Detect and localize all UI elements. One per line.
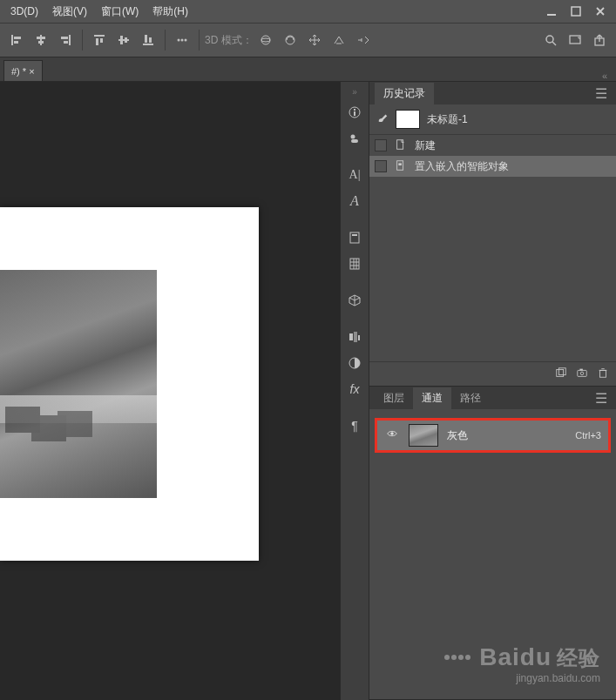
svg-rect-17 <box>143 44 153 45</box>
menu-bar: 3D(D) 视图(V) 窗口(W) 帮助(H) <box>0 0 616 23</box>
document-tab[interactable]: #) * × <box>3 60 43 81</box>
svg-rect-38 <box>354 332 357 342</box>
close-button[interactable] <box>588 2 613 21</box>
character-panel-icon[interactable]: A| <box>342 163 367 187</box>
3d-panel-icon[interactable] <box>342 288 367 313</box>
svg-rect-44 <box>557 369 564 376</box>
svg-rect-10 <box>64 41 68 44</box>
placed-image[interactable] <box>0 270 157 498</box>
history-item[interactable]: 置入嵌入的智能对象 <box>369 156 616 177</box>
history-brush-icon <box>376 111 389 127</box>
styles-panel-icon[interactable] <box>342 351 367 375</box>
svg-rect-6 <box>37 37 45 39</box>
svg-point-24 <box>261 38 270 42</box>
distribute-vcenter-icon[interactable] <box>112 29 135 51</box>
3d-mode-label: 3D 模式： <box>205 33 253 48</box>
glyphs-panel-icon[interactable] <box>342 252 367 276</box>
svg-rect-48 <box>579 368 583 370</box>
svg-rect-8 <box>69 35 71 45</box>
svg-point-21 <box>181 39 184 42</box>
svg-rect-12 <box>96 38 98 45</box>
create-document-from-state-icon[interactable] <box>555 367 567 382</box>
menu-3d[interactable]: 3D(D) <box>3 5 45 17</box>
svg-rect-2 <box>11 35 13 45</box>
history-source-row[interactable]: 未标题-1 <box>369 104 616 135</box>
screen-mode-icon[interactable] <box>564 29 586 51</box>
orbit-3d-icon[interactable] <box>254 29 277 51</box>
canvas-area[interactable] <box>0 82 340 700</box>
menu-help[interactable]: 帮助(H) <box>146 4 195 19</box>
history-item-label: 置入嵌入的智能对象 <box>415 159 509 174</box>
history-item-label: 新建 <box>415 138 436 153</box>
menu-view[interactable]: 视图(V) <box>45 4 94 19</box>
layers-tab[interactable]: 图层 <box>375 387 413 409</box>
more-options-icon[interactable] <box>171 29 193 51</box>
svg-point-20 <box>178 39 180 42</box>
svg-rect-11 <box>94 35 105 37</box>
watermark: Baidu经验 jingyan.baidu.com <box>443 643 600 684</box>
channels-tab[interactable]: 通道 <box>413 387 451 409</box>
align-right-edges-icon[interactable] <box>54 29 77 51</box>
align-horizontal-center-icon[interactable] <box>30 29 52 51</box>
channel-row[interactable]: 灰色 Ctrl+3 <box>375 418 611 453</box>
window-controls <box>539 2 613 21</box>
info-panel-icon[interactable] <box>342 100 367 125</box>
effects-panel-icon[interactable]: fx <box>342 377 367 401</box>
svg-rect-9 <box>61 37 68 39</box>
maximize-button[interactable] <box>564 2 588 21</box>
svg-rect-19 <box>149 37 152 43</box>
history-state-marker[interactable] <box>375 139 387 151</box>
svg-point-50 <box>390 432 394 435</box>
dock-collapse-icon[interactable]: » <box>350 85 359 98</box>
delete-state-icon[interactable] <box>597 367 609 382</box>
share-icon[interactable] <box>588 29 611 51</box>
libraries-panel-icon[interactable] <box>342 225 367 250</box>
svg-rect-16 <box>125 37 127 43</box>
svg-rect-34 <box>350 232 359 243</box>
channel-shortcut: Ctrl+3 <box>575 430 601 441</box>
history-item[interactable]: 新建 <box>369 135 616 156</box>
svg-rect-45 <box>558 367 565 374</box>
channels-panel-menu-icon[interactable]: ☰ <box>592 390 611 407</box>
history-thumbnail <box>396 110 420 129</box>
distribute-bottom-icon[interactable] <box>137 29 159 51</box>
history-footer <box>369 361 616 386</box>
watermark-brand: Baidu <box>479 643 552 670</box>
svg-rect-18 <box>145 35 147 43</box>
paths-tab[interactable]: 路径 <box>451 387 490 409</box>
roll-3d-icon[interactable] <box>279 29 301 51</box>
svg-rect-31 <box>354 109 355 111</box>
panel-dock: » A| A fx ¶ <box>340 82 369 700</box>
svg-point-22 <box>185 39 187 42</box>
svg-rect-39 <box>358 335 360 340</box>
minimize-button[interactable] <box>539 2 564 21</box>
adjustments-panel-icon[interactable] <box>342 325 367 349</box>
properties-panel-icon[interactable] <box>342 126 367 151</box>
document-canvas[interactable] <box>0 207 259 561</box>
svg-rect-41 <box>397 139 403 149</box>
paragraph-panel-icon[interactable]: A <box>342 189 367 213</box>
paragraph-style-icon[interactable]: ¶ <box>342 414 367 438</box>
svg-rect-0 <box>547 14 556 16</box>
create-snapshot-icon[interactable] <box>576 367 588 382</box>
scale-3d-icon[interactable] <box>352 29 375 51</box>
svg-rect-43 <box>398 163 402 165</box>
align-left-edges-icon[interactable] <box>5 29 28 51</box>
search-icon[interactable] <box>539 29 562 51</box>
visibility-eye-icon[interactable] <box>384 427 400 443</box>
slide-3d-icon[interactable] <box>328 29 350 51</box>
svg-rect-37 <box>349 333 353 340</box>
pan-3d-icon[interactable] <box>303 29 326 51</box>
collapse-tabbar-icon[interactable]: « <box>597 71 613 81</box>
menu-window[interactable]: 窗口(W) <box>94 4 146 19</box>
channel-name: 灰色 <box>447 428 468 443</box>
history-state-marker[interactable] <box>375 160 387 172</box>
history-list: 新建 置入嵌入的智能对象 <box>369 135 616 177</box>
history-panel: 历史记录 ☰ 未标题-1 新建 <box>369 82 616 387</box>
history-panel-menu-icon[interactable]: ☰ <box>592 85 611 102</box>
svg-rect-5 <box>40 35 42 45</box>
history-tab[interactable]: 历史记录 <box>375 83 434 104</box>
svg-rect-27 <box>570 36 580 44</box>
distribute-top-icon[interactable] <box>88 29 111 51</box>
paw-icon <box>443 638 471 666</box>
